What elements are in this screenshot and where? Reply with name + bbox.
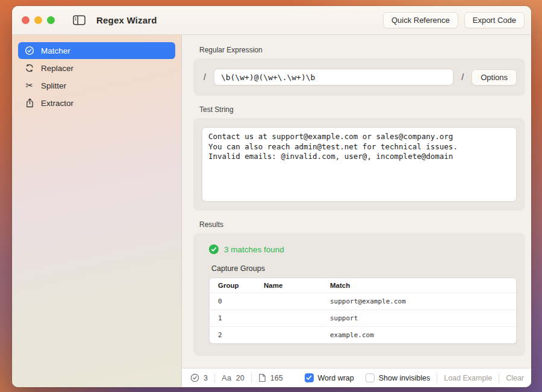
match-count-indicator: 3 xyxy=(190,373,208,382)
scissors-icon: ✂ xyxy=(24,81,35,90)
sidebar-item-splitter[interactable]: ✂ Splitter xyxy=(18,77,175,94)
export-code-button[interactable]: Export Code xyxy=(464,12,525,28)
checkmark-circle-icon xyxy=(24,46,35,55)
regex-pattern-input[interactable] xyxy=(214,69,453,86)
test-string-group: Contact us at support@example.com or sal… xyxy=(193,118,525,211)
font-size-icon: Aa xyxy=(222,373,232,382)
sidebar-item-label: Splitter xyxy=(41,81,66,90)
match-status: 3 matches found xyxy=(209,244,517,254)
sidebar-item-replacer[interactable]: Replacer xyxy=(18,60,175,76)
word-wrap-label: Word wrap xyxy=(318,374,354,382)
minimize-window-button[interactable] xyxy=(34,16,42,24)
cell-group: 1 xyxy=(210,310,255,326)
share-icon xyxy=(24,98,35,108)
statusbar-font-size: 20 xyxy=(236,374,245,382)
capture-groups-label: Capture Groups xyxy=(211,264,517,273)
capture-groups-table: Group Name Match 0 support@example.com 1 xyxy=(209,278,517,344)
cell-name xyxy=(255,310,322,326)
sidebar-item-label: Matcher xyxy=(41,46,70,55)
test-string-section-label: Test String xyxy=(199,105,525,114)
match-count-text: 3 matches found xyxy=(224,245,284,254)
results-section-label: Results xyxy=(199,220,525,229)
regex-close-delimiter: / xyxy=(459,72,466,82)
statusbar-match-count: 3 xyxy=(204,374,208,382)
table-row[interactable]: 2 example.com xyxy=(210,326,516,343)
cell-match: support xyxy=(322,310,516,326)
test-string-textarea[interactable]: Contact us at support@example.com or sal… xyxy=(202,127,517,202)
window-title: Regex Wizard xyxy=(96,15,157,25)
cell-name xyxy=(255,327,322,343)
font-size-indicator: Aa 20 xyxy=(222,373,245,382)
success-check-icon xyxy=(209,244,219,254)
word-wrap-toggle[interactable]: Word wrap xyxy=(305,373,354,382)
table-header-group: Group xyxy=(210,278,255,293)
statusbar-char-count: 165 xyxy=(270,374,283,382)
table-row[interactable]: 0 support@example.com xyxy=(210,293,516,310)
word-wrap-checkbox[interactable] xyxy=(305,373,314,382)
regex-options-button[interactable]: Options xyxy=(472,69,517,86)
zoom-window-button[interactable] xyxy=(47,16,55,24)
titlebar: Regex Wizard Quick Reference Export Code xyxy=(12,6,531,35)
sidebar-item-extractor[interactable]: Extractor xyxy=(18,95,175,111)
sidebar-item-matcher[interactable]: Matcher xyxy=(18,42,175,59)
close-window-button[interactable] xyxy=(22,16,30,24)
app-window: Regex Wizard Quick Reference Export Code… xyxy=(12,6,531,387)
checkmark-circle-outline-icon xyxy=(190,373,199,382)
sidebar-item-label: Extractor xyxy=(41,99,73,108)
table-header-row: Group Name Match xyxy=(210,278,516,293)
quick-reference-button[interactable]: Quick Reference xyxy=(383,12,458,28)
traffic-lights xyxy=(22,16,55,24)
swap-arrows-icon xyxy=(24,63,35,73)
show-invisibles-checkbox[interactable] xyxy=(366,373,375,382)
table-header-name: Name xyxy=(255,278,322,293)
load-example-button[interactable]: Load Example xyxy=(444,374,492,382)
sidebar: Matcher Replacer ✂ Splitter xyxy=(12,35,182,387)
show-invisibles-toggle[interactable]: Show invisibles xyxy=(366,373,430,382)
main-content: Regular Expression / / Options Test Stri… xyxy=(182,35,531,368)
cell-match: support@example.com xyxy=(322,293,516,310)
char-count-indicator: 165 xyxy=(258,373,283,382)
sidebar-item-label: Replacer xyxy=(41,64,73,73)
regex-open-delimiter: / xyxy=(202,72,208,82)
document-icon xyxy=(258,373,266,382)
cell-group: 0 xyxy=(210,293,255,310)
cell-match: example.com xyxy=(322,327,516,343)
table-header-match: Match xyxy=(322,278,516,293)
show-invisibles-label: Show invisibles xyxy=(379,374,430,382)
clear-button[interactable]: Clear xyxy=(506,374,524,382)
table-row[interactable]: 1 support xyxy=(210,310,516,326)
cell-name xyxy=(255,293,322,310)
results-group: 3 matches found Capture Groups Group Nam… xyxy=(193,233,525,356)
sidebar-toggle-icon[interactable] xyxy=(73,15,86,25)
cell-group: 2 xyxy=(210,327,255,343)
regex-group: / / Options xyxy=(193,58,525,96)
regex-section-label: Regular Expression xyxy=(199,46,525,54)
status-bar: 3 Aa 20 165 xyxy=(182,368,531,387)
